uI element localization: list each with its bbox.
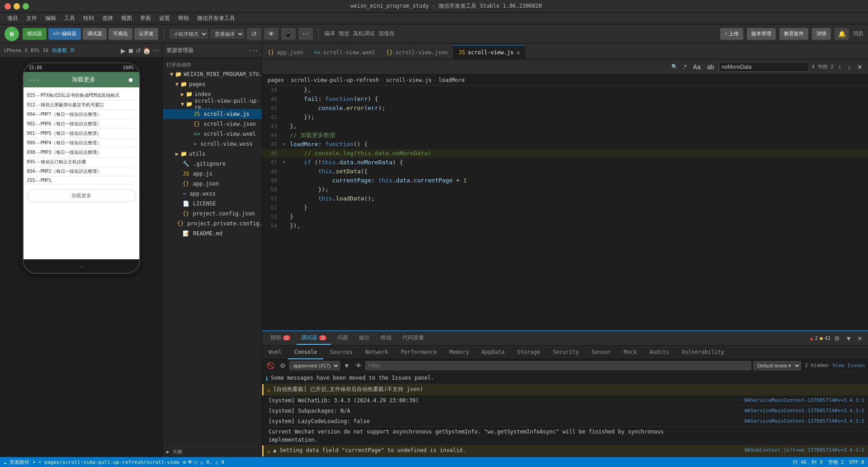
clear-console-button[interactable]: 🚫 <box>265 361 276 370</box>
devtools-tab-issues[interactable]: 问题 <box>333 332 353 345</box>
more-button[interactable]: ⋯ <box>298 28 313 40</box>
subtab-memory[interactable]: Memory <box>443 346 475 359</box>
menu-file[interactable]: 文件 <box>23 14 41 23</box>
preview-icon[interactable]: 👁 <box>188 459 193 465</box>
code-editor[interactable]: 39 }, 40 fail: function(err) { 41 consol… <box>262 86 868 330</box>
subtab-appdata[interactable]: AppData <box>475 346 511 359</box>
minimize-button[interactable] <box>14 3 20 10</box>
console-context-btn[interactable]: ▼ <box>342 361 352 370</box>
menu-settings[interactable]: 设置 <box>156 14 174 23</box>
close-tab-icon[interactable]: ✕ <box>516 49 520 56</box>
file-tree-item-scrollview-js[interactable]: JS scroll-view.js <box>163 109 262 119</box>
menu-wechat[interactable]: 微信开发者工具 <box>193 14 239 23</box>
file-tree-item-license[interactable]: 📄 LICENSE <box>163 199 262 209</box>
settings-icon[interactable]: ⚙ <box>832 334 842 343</box>
subtab-sensor[interactable]: Sensor <box>585 346 617 359</box>
preview-button[interactable]: 👁 <box>264 28 278 40</box>
fold-icon[interactable]: ▼ <box>283 158 288 167</box>
file-tree-item-project[interactable]: ▼ 📁 WEIXIN_MINI_PROGRAM_STU... <box>163 69 262 79</box>
collapse-panel-button[interactable]: ▼ <box>844 334 854 343</box>
menu-goto[interactable]: 转到 <box>80 14 98 23</box>
msg-source[interactable]: WAServiceMainContext-137885714#v=3.4.3:1 <box>745 417 864 425</box>
menu-help[interactable]: 帮助 <box>175 14 193 23</box>
file-tree-item-scrollview-wxss[interactable]: ≈ scroll-view.wxss <box>163 139 262 149</box>
compile-dropdown[interactable]: 普通编译 <box>211 29 244 38</box>
sim-reload-button[interactable]: ↺ <box>136 47 141 54</box>
menu-project[interactable]: 项目 <box>4 14 22 23</box>
menu-interface[interactable]: 界面 <box>137 14 155 23</box>
editor-button[interactable]: </> 编辑器 <box>48 28 81 40</box>
tab-scroll-view-js[interactable]: JS scroll-view.js ✕ <box>453 45 525 59</box>
find-word-button[interactable]: ab <box>705 62 716 71</box>
subtab-storage[interactable]: Storage <box>511 346 547 359</box>
file-panel-more[interactable]: ··· <box>248 48 258 54</box>
version-button[interactable]: 版本管理 <box>747 28 776 40</box>
edu-button[interactable]: 教育套件 <box>779 28 808 40</box>
sim-home-button[interactable]: 🏠 <box>143 47 151 54</box>
tab-app-json[interactable]: {} app.json <box>262 45 308 59</box>
subtab-mock[interactable]: Mock <box>618 346 643 359</box>
file-tree-item-utils[interactable]: ▶ 📁 utils <box>163 149 262 159</box>
msg-source[interactable]: WAServiceMainContext-137885714#v=3.4.3:1 <box>745 396 864 405</box>
phone-load-more-button[interactable]: 加载更多 <box>27 189 136 202</box>
close-panel-button[interactable]: ✕ <box>855 334 864 343</box>
settings-icon[interactable]: ⚙ <box>183 459 186 465</box>
file-tree-item-appjson[interactable]: {} app.json <box>163 179 262 189</box>
status-path[interactable]: ☁ 页面路径 ▾ • pages/scroll-view-pull-up-ref… <box>4 459 179 466</box>
file-tree-item-readme[interactable]: 📝 README.md <box>163 229 262 238</box>
devtools-tab-terminal[interactable]: 终端 <box>376 332 396 345</box>
subtab-wxml[interactable]: Wxml <box>262 346 288 359</box>
find-regex-button[interactable]: .* <box>680 62 688 71</box>
find-input[interactable] <box>719 62 809 72</box>
detail-button[interactable]: 详情 <box>812 28 831 40</box>
subtab-security[interactable]: Security <box>547 346 585 359</box>
file-tree-item-appjs[interactable]: JS app.js <box>163 169 262 179</box>
notification-button[interactable]: 🔔 <box>835 28 849 40</box>
tab-scroll-view-json[interactable]: {} scroll-view.json <box>381 45 453 59</box>
file-tree-item-projectconfig[interactable]: {} project.config.json <box>163 209 262 219</box>
console-output[interactable]: ℹ Some messages have been moved to the I… <box>262 372 868 457</box>
sim-play-button[interactable]: ▶ <box>121 47 126 54</box>
phone-button[interactable]: 📱 <box>281 28 296 40</box>
devtools-tab-debugger[interactable]: 调试器 2 <box>297 332 331 345</box>
console-context-select[interactable]: appservice (#17) <box>289 361 340 370</box>
file-tree-item-scrollview-folder[interactable]: ▼ 📁 scroll-view-pull-up-re... <box>163 99 262 109</box>
cloud-button[interactable]: 云开发 <box>134 28 158 40</box>
sim-more-button[interactable]: ⋯ <box>152 47 159 54</box>
devtools-tab-output[interactable]: 输出 <box>354 332 374 345</box>
hotreload-label[interactable]: 热重载 开 <box>52 47 75 54</box>
menu-select[interactable]: 选择 <box>99 14 117 23</box>
upload-button[interactable]: ↑ 上传 <box>720 28 743 40</box>
view-issues-link[interactable]: View Issues <box>832 362 865 368</box>
subtab-vulnerability[interactable]: Vulnerability <box>675 346 731 359</box>
subtab-sources[interactable]: Sources <box>323 346 359 359</box>
file-tree-item-projectprivate[interactable]: {} project.private.config.js... <box>163 219 262 229</box>
menu-edit[interactable]: 编辑 <box>42 14 60 23</box>
menu-tools[interactable]: 工具 <box>61 14 79 23</box>
devtools-tab-errors[interactable]: 报错 2 <box>266 332 295 345</box>
console-eye-btn[interactable]: 👁 <box>354 361 363 370</box>
phone-content[interactable]: 925--PFX格式SSL证书转换成PEM或其他格式 912--移动云屏蔽弹出拨… <box>24 87 139 259</box>
file-tree-item-scrollview-wxml[interactable]: <> scroll-view.wxml <box>163 129 262 139</box>
file-tree-item-scrollview-json[interactable]: {} scroll-view.json <box>163 119 262 129</box>
subtab-performance[interactable]: Performance <box>395 346 443 359</box>
close-button[interactable] <box>5 3 11 10</box>
mode-dropdown[interactable]: 小程序模式 <box>170 29 208 38</box>
simulator-button[interactable]: 模拟器 <box>23 28 47 40</box>
file-tree-item-pages[interactable]: ▼ 📁 pages <box>163 79 262 89</box>
msg-source[interactable]: WAServiceMainContext-137885714#v=3.4.3:1 <box>745 407 864 415</box>
find-case-button[interactable]: Aa <box>691 62 703 71</box>
breadcrumb-symbol[interactable]: loadMore <box>439 77 465 83</box>
breadcrumb-pages[interactable]: pages <box>268 77 284 83</box>
file-tree-item-appwxss[interactable]: ≈ app.wxss <box>163 189 262 199</box>
subtab-network[interactable]: Network <box>359 346 395 359</box>
breadcrumb-file[interactable]: scroll-view.js <box>386 77 432 83</box>
breadcrumb-folder[interactable]: scroll-view-pull-up-refresh <box>291 77 379 83</box>
file-tree-item-gitignore[interactable]: 🔧 .gitignore <box>163 159 262 169</box>
find-next-button[interactable]: ↓ <box>846 62 853 71</box>
console-filter-input[interactable] <box>365 361 751 370</box>
tab-scroll-view-wxml[interactable]: <> scroll-view.wxml <box>308 45 381 59</box>
debugger-button[interactable]: 调试器 <box>83 28 107 40</box>
find-prev-button[interactable]: ↑ <box>836 62 843 71</box>
console-settings-button[interactable]: ⚙ <box>278 361 288 370</box>
